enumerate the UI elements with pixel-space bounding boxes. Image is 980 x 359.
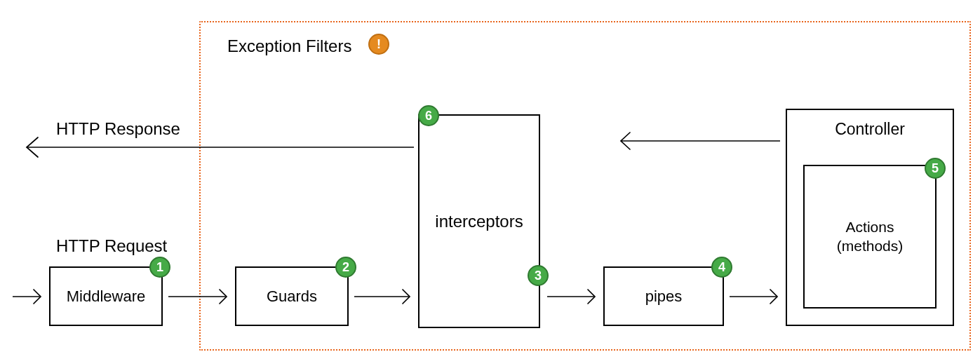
pipes-box: pipes [603, 266, 724, 326]
controller-label: Controller [835, 120, 905, 138]
middleware-label: Middleware [67, 287, 146, 306]
badge-4: 4 [711, 257, 732, 278]
badge-4-text: 4 [718, 260, 725, 275]
badge-6-text: 6 [425, 109, 432, 123]
badge-5-text: 5 [932, 161, 939, 176]
diagram-canvas: Exception Filters ! HTTP Response HTTP R… [0, 0, 980, 359]
badge-3: 3 [528, 265, 549, 286]
guards-label: Guards [267, 287, 317, 306]
actions-label-1: Actions [846, 218, 894, 236]
badge-1-text: 1 [156, 260, 163, 275]
badge-2-text: 2 [342, 260, 349, 275]
exception-badge-text: ! [377, 37, 381, 52]
actions-label-2: (methods) [837, 237, 904, 255]
badge-3-text: 3 [535, 269, 542, 283]
badge-2: 2 [335, 257, 356, 278]
http-request-label: HTTP Request [56, 236, 167, 256]
badge-1: 1 [149, 257, 170, 278]
middleware-box: Middleware [49, 266, 163, 326]
guards-box: Guards [235, 266, 349, 326]
badge-5: 5 [925, 158, 946, 179]
actions-box: Actions (methods) [803, 165, 937, 309]
interceptors-label: interceptors [435, 212, 523, 231]
exception-filters-label: Exception Filters [227, 36, 351, 56]
pipes-label: pipes [645, 287, 683, 306]
badge-6: 6 [418, 105, 439, 126]
http-response-label: HTTP Response [56, 119, 180, 139]
exception-badge: ! [368, 34, 389, 55]
interceptors-box: interceptors [418, 114, 540, 328]
